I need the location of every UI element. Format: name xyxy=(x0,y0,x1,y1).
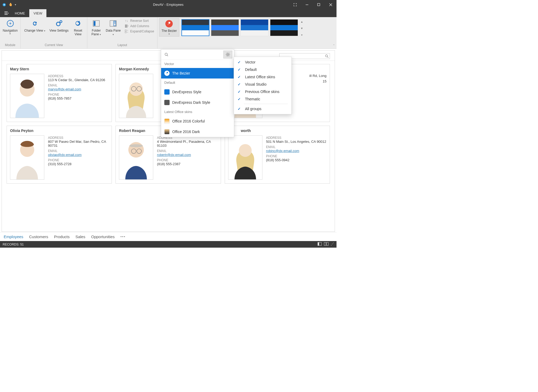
swatch-3[interactable] xyxy=(241,19,268,36)
refresh-icon xyxy=(31,19,39,28)
employee-card[interactable]: Mary Stern ADDRESS 113 N Cedar St., Glen… xyxy=(7,64,112,122)
nav-employees[interactable]: Employees xyxy=(4,234,23,239)
svg-rect-22 xyxy=(125,30,126,31)
bezier-logo-icon xyxy=(164,71,170,76)
check-icon: ✓ xyxy=(238,60,242,64)
skin-item-office2016-dark[interactable]: Office 2016 Dark xyxy=(161,126,234,137)
skin-dropdown-button[interactable]: The Bezier ▾ xyxy=(159,18,179,37)
avatar xyxy=(119,135,153,180)
employee-name: Mary Stern xyxy=(10,67,108,71)
flyout-item-latest-office[interactable]: ✓Latest Office skins xyxy=(234,73,291,81)
gallery-more-icon[interactable]: ▾ xyxy=(301,33,302,36)
skin-item-the-bezier[interactable]: The Bezier xyxy=(161,68,234,79)
skin-item-devexpress-dark[interactable]: DevExpress Dark Style xyxy=(161,97,234,108)
employee-card[interactable]: Xxxxxxworth ADDRESS 501 N Main St., Los … xyxy=(225,126,330,184)
close-button[interactable] xyxy=(325,0,337,9)
view-settings-button[interactable]: View Settings xyxy=(47,18,71,33)
touch-mode-icon[interactable] xyxy=(8,3,13,7)
flyout-item-all-groups[interactable]: ✓All groups xyxy=(234,105,291,112)
check-icon: ✓ xyxy=(238,67,242,72)
skin-settings-button[interactable] xyxy=(223,51,232,58)
chevron-down-icon: ▾ xyxy=(169,33,170,35)
svg-rect-4 xyxy=(4,12,8,12)
skin-swatch-icon xyxy=(164,100,170,105)
svg-rect-58 xyxy=(318,242,319,246)
fullscreen-icon[interactable] xyxy=(289,0,301,9)
avatar xyxy=(10,135,44,180)
svg-text:+: + xyxy=(128,24,128,27)
email-link[interactable]: marys@dx-email.com xyxy=(48,87,81,91)
reset-view-button[interactable]: ResetView xyxy=(71,18,85,37)
layout-toggle-icon[interactable] xyxy=(318,242,322,247)
collapse-ribbon-icon[interactable]: ˆ xyxy=(333,44,334,48)
change-view-button[interactable]: Change View ▾ xyxy=(22,18,47,33)
data-pane-button[interactable]: Data Pane▾ xyxy=(104,18,123,37)
tab-home[interactable]: HOME xyxy=(11,9,29,17)
svg-point-44 xyxy=(239,144,252,157)
avatar xyxy=(10,74,44,118)
flyout-item-thematic[interactable]: ✓Thematic xyxy=(234,95,291,103)
svg-line-28 xyxy=(327,57,328,58)
nav-sales[interactable]: Sales xyxy=(75,234,85,239)
skin-item-devexpress-style[interactable]: DevExpress Style xyxy=(161,87,234,97)
expand-collapse-icon xyxy=(124,29,129,33)
swatch-4[interactable] xyxy=(270,19,298,36)
avatar xyxy=(119,74,153,118)
swatch-2[interactable] xyxy=(211,19,239,36)
svg-rect-60 xyxy=(326,242,328,246)
flyout-item-previous-office[interactable]: ✓Previous Office skins xyxy=(234,88,291,95)
email-link[interactable]: oliviap@dx-email.com xyxy=(48,153,81,157)
gear-icon xyxy=(55,19,63,28)
search-icon xyxy=(325,54,329,58)
email-link[interactable]: robertr@dx-email.com xyxy=(157,153,191,157)
reading-pane-icon[interactable] xyxy=(324,242,329,247)
navigation-button[interactable]: Navigation ▾ xyxy=(2,18,19,36)
check-icon: ✓ xyxy=(238,97,242,101)
qat-dropdown-icon[interactable]: ▾ xyxy=(15,3,16,6)
svg-rect-20 xyxy=(126,24,127,28)
resize-grip-icon[interactable]: ⋰ xyxy=(331,242,334,247)
svg-point-45 xyxy=(165,53,167,56)
svg-line-54 xyxy=(229,53,229,53)
avatar xyxy=(228,135,262,180)
check-icon: ✓ xyxy=(238,90,242,94)
tab-view[interactable]: VIEW xyxy=(29,9,46,17)
skin-swatch-icon xyxy=(164,89,170,95)
nav-customers[interactable]: Customers xyxy=(29,234,48,239)
svg-rect-59 xyxy=(324,242,326,246)
svg-line-52 xyxy=(226,53,227,53)
check-icon: ✓ xyxy=(238,82,242,86)
expand-collapse-button[interactable]: Expand/Collapse xyxy=(124,29,154,33)
svg-rect-6 xyxy=(4,14,8,15)
nav-products[interactable]: Products xyxy=(54,234,70,239)
flyout-item-visual-studio[interactable]: ✓Visual Studio xyxy=(234,81,291,88)
file-menu-icon[interactable] xyxy=(3,9,11,17)
flyout-item-vector[interactable]: ✓Vector xyxy=(234,58,291,66)
flyout-item-default[interactable]: ✓Default xyxy=(234,66,291,73)
employee-card[interactable]: Olivia Peyton ADDRESS 807 W Paseo Del Ma… xyxy=(7,126,112,184)
skin-groups-flyout: ✓Vector ✓Default ✓Latest Office skins ✓V… xyxy=(234,57,292,114)
svg-rect-23 xyxy=(125,32,126,33)
svg-point-11 xyxy=(60,21,62,23)
maximize-button[interactable] xyxy=(313,0,325,9)
skin-picker-panel: Vector The Bezier Default DevExpress Sty… xyxy=(161,49,234,137)
nav-overflow-icon[interactable]: ••• xyxy=(121,235,126,239)
skin-item-office2016-colorful[interactable]: Office 2016 Colorful xyxy=(161,116,234,126)
reverse-sort-button[interactable]: ↑↓Reverse Sort xyxy=(124,19,154,23)
gallery-up-icon[interactable]: ▲ xyxy=(301,20,303,23)
swatch-1[interactable] xyxy=(181,19,209,36)
chevron-down-icon: ▾ xyxy=(9,32,11,35)
gallery-down-icon[interactable]: ▼ xyxy=(301,27,303,30)
svg-point-8 xyxy=(10,23,11,24)
email-link[interactable]: robinc@dx-email.com xyxy=(266,149,299,153)
folder-pane-button[interactable]: FolderPane ▾ xyxy=(89,18,104,37)
minimize-button[interactable] xyxy=(301,0,313,9)
add-columns-button[interactable]: +Add Columns xyxy=(124,24,154,28)
chevron-down-icon: ▾ xyxy=(44,30,45,32)
skin-gallery[interactable]: ▲ ▼ ▾ xyxy=(181,18,304,36)
svg-point-47 xyxy=(227,54,229,55)
folder-pane-icon xyxy=(92,19,100,28)
nav-opportunities[interactable]: Opportunities xyxy=(91,234,114,239)
svg-line-53 xyxy=(229,56,229,56)
skin-search-input[interactable] xyxy=(170,52,222,57)
